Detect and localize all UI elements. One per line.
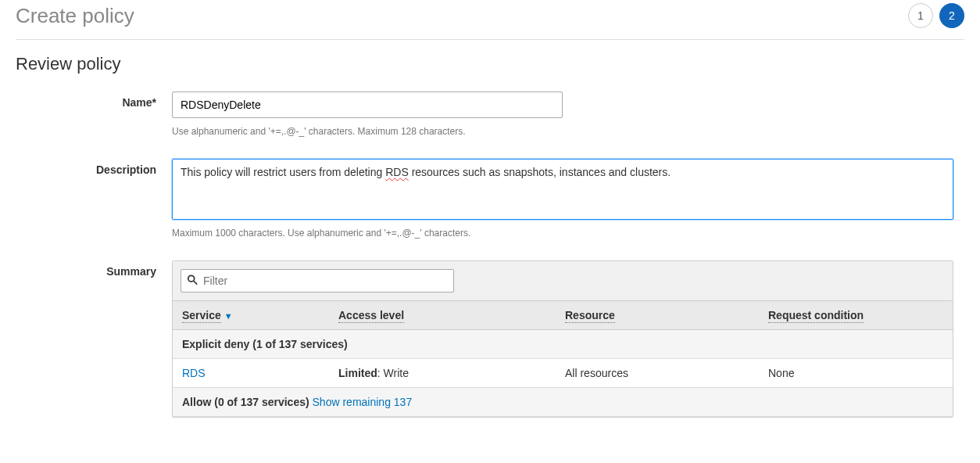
- description-hint: Maximum 1000 characters. Use alphanumeri…: [172, 228, 953, 239]
- step-indicator: 1 2: [908, 3, 964, 28]
- group-row-allow: Allow (0 of 137 services) Show remaining…: [173, 388, 953, 417]
- step-2[interactable]: 2: [939, 3, 964, 28]
- filter-input[interactable]: [181, 269, 454, 293]
- description-label: Description: [16, 159, 172, 176]
- group-allow-label: Allow (0 of 137 services): [182, 396, 313, 408]
- th-access[interactable]: Access level: [329, 301, 556, 330]
- divider: [16, 39, 964, 40]
- table-header-row: Service▼ Access level Resource Request c…: [173, 301, 953, 330]
- service-link[interactable]: RDS: [182, 367, 206, 379]
- th-condition[interactable]: Request condition: [759, 301, 953, 330]
- name-field-wrap: Use alphanumeric and '+=,.@-_' character…: [172, 92, 953, 137]
- group-allow-cell: Allow (0 of 137 services) Show remaining…: [173, 388, 953, 417]
- cell-access: Limited: Write: [329, 359, 556, 388]
- group-deny-label: Explicit deny (1 of 137 services): [173, 330, 953, 359]
- name-hint: Use alphanumeric and '+=,.@-_' character…: [172, 126, 953, 137]
- cell-service: RDS: [173, 359, 329, 388]
- cell-condition: None: [759, 359, 953, 388]
- description-row: Description This policy will restrict us…: [16, 159, 964, 239]
- cell-resource: All resources: [556, 359, 759, 388]
- summary-field-wrap: Service▼ Access level Resource Request c…: [172, 260, 953, 418]
- name-row: Name* Use alphanumeric and '+=,.@-_' cha…: [16, 92, 964, 137]
- sort-caret-icon: ▼: [224, 311, 233, 321]
- table-row: RDS Limited: Write All resources None: [173, 359, 953, 388]
- section-title: Review policy: [16, 54, 964, 74]
- show-remaining-link[interactable]: Show remaining 137: [313, 396, 413, 408]
- th-service[interactable]: Service▼: [173, 301, 329, 330]
- filter-bar: [173, 261, 953, 301]
- spellcheck-word: RDS: [385, 166, 409, 178]
- name-label: Name*: [16, 92, 172, 109]
- th-resource[interactable]: Resource: [556, 301, 759, 330]
- summary-box: Service▼ Access level Resource Request c…: [172, 260, 953, 418]
- page-title: Create policy: [16, 4, 134, 28]
- summary-row: Summary Service▼ Acc: [16, 260, 964, 418]
- step-1[interactable]: 1: [908, 3, 933, 28]
- summary-table: Service▼ Access level Resource Request c…: [173, 301, 953, 417]
- page-header: Create policy 1 2: [16, 0, 964, 39]
- summary-label: Summary: [16, 260, 172, 278]
- name-input[interactable]: [172, 92, 563, 118]
- filter-wrap: [181, 269, 454, 293]
- description-input[interactable]: This policy will restrict users from del…: [172, 159, 953, 220]
- group-row-deny: Explicit deny (1 of 137 services): [173, 330, 953, 359]
- description-field-wrap: This policy will restrict users from del…: [172, 159, 953, 239]
